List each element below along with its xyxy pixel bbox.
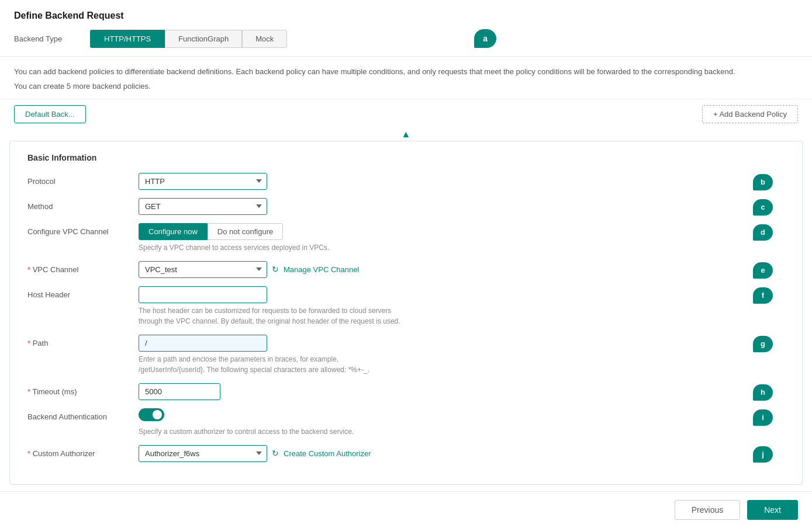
path-hint: Enter a path and enclose the parameters … xyxy=(139,354,402,375)
configure-vpc-hint: Specify a VPC channel to access services… xyxy=(139,242,402,253)
info-line1: You can add backend policies to differen… xyxy=(14,66,798,78)
header-section: Define Backend Request Backend Type HTTP… xyxy=(0,0,812,57)
configure-now-button[interactable]: Configure now xyxy=(139,223,208,240)
custom-authorizer-label: Custom Authorizer xyxy=(27,445,139,458)
manage-vpc-link[interactable]: Manage VPC Channel xyxy=(284,265,359,274)
annotation-g: g xyxy=(753,336,773,352)
btn-mock[interactable]: Mock xyxy=(242,30,287,48)
timeout-control xyxy=(139,383,402,400)
backend-auth-label: Backend Authentication xyxy=(27,408,139,421)
host-header-hint: The host header can be customized for re… xyxy=(139,305,402,326)
path-row: Path Enter a path and enclose the parame… xyxy=(27,335,785,375)
footer-bar: Previous Next xyxy=(0,491,812,528)
vpc-channel-select[interactable]: VPC_test xyxy=(139,261,267,278)
configure-vpc-control: Configure now Do not configure Specify a… xyxy=(139,223,402,253)
backend-auth-hint: Specify a custom authorizer to control a… xyxy=(139,426,402,437)
path-label: Path xyxy=(27,335,139,348)
path-input[interactable] xyxy=(139,335,267,352)
collapse-arrow-icon[interactable]: ▲ xyxy=(402,129,411,139)
backend-auth-control: Specify a custom authorizer to control a… xyxy=(139,408,402,437)
protocol-control: HTTP HTTPS xyxy=(139,173,402,190)
method-label: Method xyxy=(27,198,139,211)
add-backend-policy-button[interactable]: + Add Backend Policy xyxy=(702,105,798,123)
method-row: Method GET POST PUT DELETE c xyxy=(27,198,785,215)
custom-authorizer-control: Authorizer_f6ws ↻ Create Custom Authoriz… xyxy=(139,445,402,462)
vpc-refresh-icon[interactable]: ↻ xyxy=(272,265,279,274)
host-header-input[interactable] xyxy=(139,286,267,303)
next-button[interactable]: Next xyxy=(747,500,798,520)
default-back-button[interactable]: Default Back... xyxy=(14,105,86,123)
section-title: Basic Information xyxy=(27,153,785,162)
annotation-b: b xyxy=(753,174,773,190)
vpc-channel-label: VPC Channel xyxy=(27,261,139,274)
custom-authorizer-select[interactable]: Authorizer_f6ws xyxy=(139,445,267,462)
vpc-channel-control: VPC_test ↻ Manage VPC Channel xyxy=(139,261,402,278)
do-not-configure-button[interactable]: Do not configure xyxy=(208,223,283,240)
annotation-i: i xyxy=(753,409,773,426)
timeout-input[interactable] xyxy=(139,383,220,400)
custom-authorizer-refresh-icon[interactable]: ↻ xyxy=(272,449,279,458)
create-custom-authorizer-link[interactable]: Create Custom Authorizer xyxy=(284,449,371,458)
btn-http-https[interactable]: HTTP/HTTPS xyxy=(90,30,165,48)
host-header-row: Host Header The host header can be custo… xyxy=(27,286,785,326)
timeout-row: Timeout (ms) h xyxy=(27,383,785,400)
host-header-control: The host header can be customized for re… xyxy=(139,286,402,326)
path-control: Enter a path and enclose the parameters … xyxy=(139,335,402,375)
configure-vpc-row: Configure VPC Channel Configure now Do n… xyxy=(27,223,785,253)
protocol-label: Protocol xyxy=(27,173,139,186)
vpc-channel-row: VPC Channel VPC_test ↻ Manage VPC Channe… xyxy=(27,261,785,278)
backend-type-buttons: HTTP/HTTPS FunctionGraph Mock xyxy=(90,30,287,48)
backend-auth-toggle[interactable] xyxy=(139,408,164,421)
protocol-row: Protocol HTTP HTTPS b xyxy=(27,173,785,190)
annotation-j: j xyxy=(753,446,773,463)
backend-auth-row: Backend Authentication Specify a custom … xyxy=(27,408,785,437)
vpc-config-buttons: Configure now Do not configure xyxy=(139,223,402,240)
btn-functiongraph[interactable]: FunctionGraph xyxy=(165,30,242,48)
timeout-label: Timeout (ms) xyxy=(27,383,139,396)
page-wrapper: Define Backend Request Backend Type HTTP… xyxy=(0,0,812,528)
vpc-row: VPC_test ↻ Manage VPC Channel xyxy=(139,261,402,278)
policy-bar: Default Back... + Add Backend Policy xyxy=(0,99,812,129)
page-title: Define Backend Request xyxy=(14,11,798,21)
method-control: GET POST PUT DELETE xyxy=(139,198,402,215)
method-select[interactable]: GET POST PUT DELETE xyxy=(139,198,267,215)
collapse-arrow-area: ▲ xyxy=(0,129,812,140)
host-header-label: Host Header xyxy=(27,286,139,299)
custom-authorizer-row: Custom Authorizer Authorizer_f6ws ↻ Crea… xyxy=(27,445,785,462)
annotation-a: a xyxy=(474,29,496,48)
backend-type-row: Backend Type HTTP/HTTPS FunctionGraph Mo… xyxy=(14,29,798,48)
info-section: You can add backend policies to differen… xyxy=(0,57,812,99)
protocol-select[interactable]: HTTP HTTPS xyxy=(139,173,267,190)
annotation-d: d xyxy=(753,224,773,241)
previous-button[interactable]: Previous xyxy=(675,500,740,520)
annotation-f: f xyxy=(753,287,773,304)
info-line2: You can create 5 more backend policies. xyxy=(14,81,798,93)
annotation-c: c xyxy=(753,199,773,216)
configure-vpc-label: Configure VPC Channel xyxy=(27,223,139,236)
custom-authorizer-row-inner: Authorizer_f6ws ↻ Create Custom Authoriz… xyxy=(139,445,402,462)
annotation-h: h xyxy=(753,384,773,401)
annotation-e: e xyxy=(753,262,773,279)
backend-type-label: Backend Type xyxy=(14,34,90,43)
form-card: Basic Information Protocol HTTP HTTPS b … xyxy=(9,141,803,485)
